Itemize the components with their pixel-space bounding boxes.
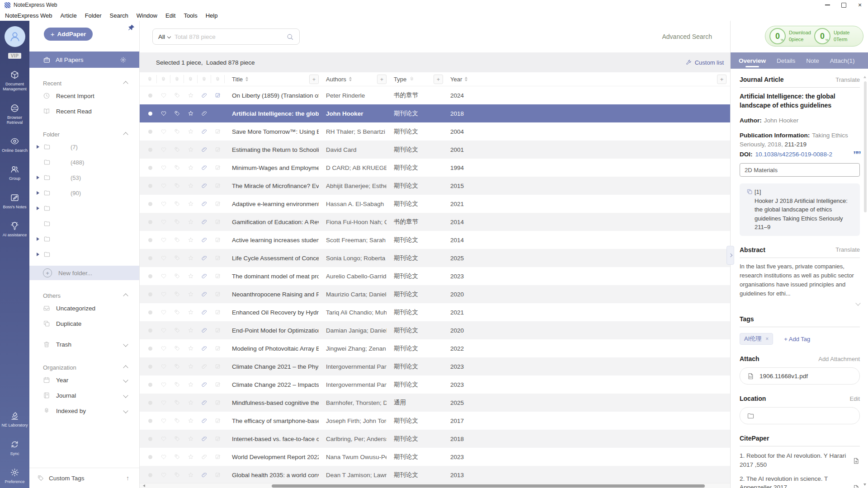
note-icon[interactable] — [211, 454, 225, 460]
doi-link[interactable]: 10.1038/s42256-019-0088-2 — [755, 151, 832, 158]
folder-item[interactable] — [29, 247, 139, 262]
horizontal-scrollbar[interactable] — [140, 483, 730, 488]
panel-scrollbar-thumb[interactable] — [864, 81, 867, 212]
section-folder[interactable]: Folder — [43, 131, 127, 138]
heart-icon[interactable] — [157, 110, 170, 117]
heart-icon[interactable] — [157, 128, 170, 135]
table-row[interactable]: Global health 2035: a world conve... Dea… — [140, 466, 730, 483]
heart-icon[interactable] — [157, 201, 170, 207]
paperclip-icon[interactable] — [198, 255, 211, 261]
scroll-down-arrow-icon[interactable] — [863, 483, 866, 486]
star-icon[interactable] — [184, 381, 198, 388]
rail-item-group[interactable]: Group — [0, 164, 29, 181]
table-row[interactable]: Climate Change 2022 – Impacts, ... Inter… — [140, 375, 730, 394]
star-icon[interactable] — [184, 128, 198, 135]
paperclip-icon[interactable] — [198, 201, 211, 207]
menu-edit[interactable]: Edit — [161, 12, 179, 19]
filter-icon[interactable] — [409, 76, 415, 82]
sidebar-item-indexed-by[interactable]: Indexed by — [29, 403, 139, 418]
table-row[interactable]: On Liberty (1859) (Translation of t... P… — [140, 86, 730, 104]
tab-details[interactable]: Details — [777, 52, 795, 69]
column-header-authors[interactable]: Authors + — [319, 72, 387, 86]
paperclip-icon[interactable] — [198, 219, 211, 225]
note-icon[interactable] — [211, 201, 225, 207]
column-star-icon[interactable] — [184, 75, 198, 83]
row-title[interactable]: Life Cycle Assessment of Concen... — [225, 255, 319, 262]
sort-icon[interactable] — [465, 77, 467, 81]
note-icon[interactable] — [211, 472, 225, 478]
star-icon[interactable] — [184, 436, 198, 442]
row-title[interactable]: Climate Change 2021 – the Physi... — [225, 363, 319, 370]
menu-window[interactable]: Window — [132, 12, 161, 19]
heart-icon[interactable] — [157, 291, 170, 297]
tag-icon[interactable] — [170, 363, 184, 370]
rail-item-sync[interactable]: Sync — [0, 440, 29, 456]
table-row[interactable]: Estimating the Return to Schoolin... Dav… — [140, 141, 730, 159]
quote-icon[interactable]: ”” — [853, 153, 860, 156]
tag-icon[interactable] — [170, 128, 184, 135]
table-row[interactable]: World Development Report 2022: ... Nana … — [140, 448, 730, 466]
tag-icon[interactable] — [170, 454, 184, 460]
note-icon[interactable] — [211, 146, 225, 153]
row-title[interactable]: Mindfulness-based cognitive ther... — [225, 399, 319, 406]
column-note-icon[interactable] — [211, 75, 225, 83]
tag-icon[interactable] — [170, 273, 184, 279]
rail-item-boss-s-notes[interactable]: Boss's Notes — [0, 193, 29, 210]
expand-caret-icon[interactable] — [37, 191, 39, 195]
tag-icon[interactable] — [170, 164, 184, 171]
folder-item[interactable]: (53) — [29, 170, 139, 185]
table-row[interactable]: Minimum-Wages and Employmen... D CARD; A… — [140, 159, 730, 177]
star-icon[interactable] — [184, 291, 198, 297]
heart-icon[interactable] — [157, 363, 170, 370]
tag-icon[interactable] — [170, 146, 184, 153]
row-title[interactable]: Active learning increases student ... — [225, 237, 319, 244]
sidebar-item-duplicate[interactable]: Duplicate — [29, 316, 139, 331]
heart-icon[interactable] — [157, 273, 170, 279]
edit-location-button[interactable]: Edit — [850, 395, 860, 402]
expand-caret-icon[interactable] — [37, 145, 39, 149]
row-title[interactable]: Climate Change 2022 – Impacts, ... — [225, 381, 319, 388]
tag-icon[interactable] — [170, 110, 184, 117]
paperclip-icon[interactable] — [198, 381, 211, 388]
paperclip-icon[interactable] — [198, 164, 211, 171]
section-others[interactable]: Others — [43, 292, 127, 299]
star-icon[interactable] — [184, 92, 198, 99]
menu-tools[interactable]: Tools — [179, 12, 201, 19]
note-icon[interactable] — [211, 309, 225, 315]
row-title[interactable]: Gamification of Education: A Revi... — [225, 219, 319, 225]
scrollbar-thumb[interactable] — [272, 484, 705, 488]
star-icon[interactable] — [184, 110, 198, 117]
sidebar-item-custom-tags[interactable]: Custom Tags ↑ — [29, 468, 139, 488]
attachment-item[interactable]: PDF 1906.11668v1.pdf — [740, 367, 860, 385]
heart-icon[interactable] — [157, 381, 170, 388]
heart-icon[interactable] — [157, 237, 170, 243]
menu-help[interactable]: Help — [202, 12, 222, 19]
folder-item[interactable]: (90) — [29, 185, 139, 201]
sync-status-widget[interactable]: 0 % Download 0piece 0 % Update 0Term — [765, 26, 863, 47]
column-header-year[interactable]: Year — [443, 72, 484, 86]
expand-caret-icon[interactable] — [37, 253, 39, 256]
row-title[interactable]: Internet-based vs. face-to-face co... — [225, 436, 319, 442]
tab-overview[interactable]: Overview — [739, 52, 766, 69]
row-title[interactable]: On Liberty (1859) (Translation of t... — [225, 92, 319, 99]
paperclip-icon[interactable] — [198, 345, 211, 352]
paperclip-icon[interactable] — [198, 92, 211, 99]
tag-icon[interactable] — [170, 381, 184, 388]
note-icon[interactable] — [211, 436, 225, 442]
column-resize-handle[interactable]: + — [309, 75, 319, 84]
star-icon[interactable] — [184, 327, 198, 333]
file-plus-icon[interactable] — [853, 475, 860, 488]
maximize-button[interactable] — [835, 0, 852, 10]
column-attachment-icon[interactable] — [198, 75, 211, 83]
note-icon[interactable] — [211, 418, 225, 424]
note-icon[interactable] — [211, 237, 225, 243]
heart-icon[interactable] — [157, 183, 170, 189]
heart-icon[interactable] — [157, 399, 170, 406]
menu-noteexpress-web[interactable]: NoteExpress Web — [1, 12, 57, 19]
search-icon[interactable] — [286, 33, 294, 41]
search-filter-dropdown[interactable]: All — [158, 33, 170, 40]
paperclip-icon[interactable] — [198, 472, 211, 478]
rail-item-online-search[interactable]: Online Search — [0, 136, 29, 153]
table-row[interactable]: Modeling of Photovoltaic Array Ba... Jin… — [140, 339, 730, 357]
table-row[interactable]: Enhanced Oil Recovery by Hydro... Tariq … — [140, 303, 730, 321]
